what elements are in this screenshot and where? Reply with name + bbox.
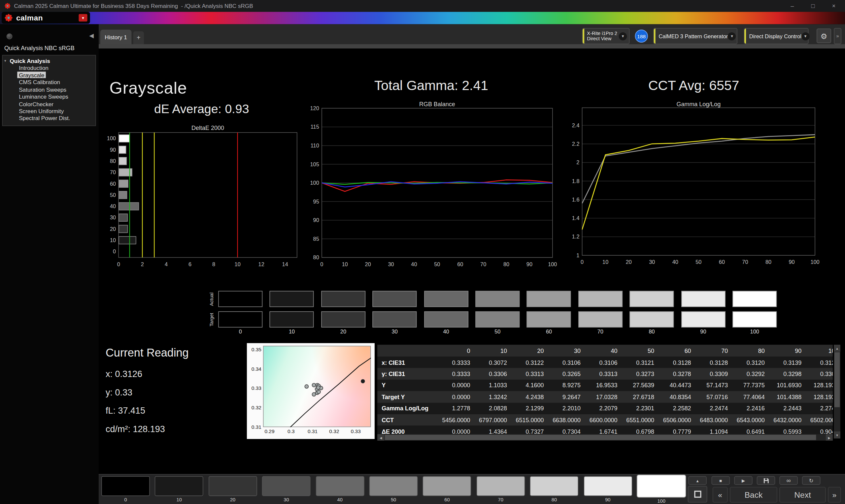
patch-button-0[interactable]: 0: [101, 475, 150, 503]
maximize-button[interactable]: □: [811, 3, 815, 9]
sidebar-item-colorchecker[interactable]: ColorChecker: [3, 100, 95, 108]
new-tab-button[interactable]: +: [133, 31, 144, 44]
patch-button-100[interactable]: 100: [637, 475, 686, 503]
table-cell: 0.3126: [806, 359, 833, 366]
refresh-button[interactable]: ↻: [802, 476, 821, 485]
patch-swatch: [530, 476, 579, 496]
meter-select-dropdown[interactable]: X-Rite i1Pro 2 Direct View ▾: [582, 28, 630, 44]
sidebar-item-screen-uniformity[interactable]: Screen Uniformity: [3, 108, 95, 115]
svg-text:10: 10: [110, 237, 116, 243]
actual-swatch-40: [424, 291, 469, 307]
display-status-accent: [744, 29, 746, 44]
pattern-status-accent: [654, 29, 655, 44]
back-button[interactable]: Back: [730, 487, 777, 502]
table-vertical-scrollbar[interactable]: ▲ ▼: [834, 345, 840, 438]
sidebar-item-spectral-power-dist[interactable]: Spectral Power Dist.: [3, 114, 95, 122]
settings-gear-button[interactable]: ⚙: [816, 29, 831, 43]
svg-text:85: 85: [313, 236, 319, 242]
pattern-generator-dropdown[interactable]: CalMED 3 Pattern Generator ▾: [653, 28, 737, 44]
table-cell: 0.3072: [475, 359, 512, 366]
deltae-2000-chart: DeltaE 200010090807060504030201000246810…: [104, 123, 302, 269]
tabstrip-underline: [99, 44, 845, 49]
close-button[interactable]: ×: [832, 3, 836, 9]
page-up-button[interactable]: ▲: [688, 476, 707, 485]
table-cell: 0.3121: [622, 359, 659, 366]
actual-swatch-80: [630, 291, 674, 307]
patch-label: 60: [423, 497, 471, 502]
table-cell: 0.3265: [548, 371, 585, 377]
table-cell: 1.6741: [585, 428, 622, 435]
table-row-label: x: CIE31: [377, 359, 438, 366]
svg-text:80: 80: [313, 254, 319, 260]
patch-button-80[interactable]: 80: [530, 475, 579, 503]
target-swatch-50: [475, 311, 520, 327]
pattern-window-button[interactable]: [688, 486, 707, 503]
panel-expand-handle[interactable]: »: [834, 28, 841, 44]
sidebar-collapse-button[interactable]: ◀: [89, 32, 94, 39]
svg-text:70: 70: [110, 169, 116, 175]
table-cell: 2.2010: [548, 405, 585, 412]
patch-button-20[interactable]: 20: [209, 475, 257, 503]
tab-history-1[interactable]: History 1: [100, 30, 132, 44]
patch-button-60[interactable]: 60: [423, 475, 471, 503]
sidebar-dot-button[interactable]: [6, 33, 13, 39]
sidebar-item-cms-calibration[interactable]: CMS Calibration: [3, 78, 95, 86]
table-cell: 128.1930: [806, 394, 833, 400]
tree-root-quick-analysis[interactable]: ▾ Quick Analysis: [3, 57, 95, 64]
table-col-header: 0: [438, 347, 475, 354]
table-row-label: CCT: [377, 417, 438, 423]
calman-logo-button[interactable]: calman ▾: [2, 12, 90, 24]
table-cell: 0.3333: [438, 359, 475, 366]
svg-text:60: 60: [457, 261, 463, 267]
svg-text:2.4: 2.4: [572, 122, 580, 128]
patch-button-40[interactable]: 40: [316, 475, 364, 503]
svg-text:40: 40: [672, 259, 678, 265]
next-button[interactable]: Next: [779, 487, 826, 502]
sidebar-item-saturation-sweeps[interactable]: Saturation Sweeps: [3, 86, 95, 93]
minimize-button[interactable]: –: [791, 3, 794, 9]
chevron-up-icon: ▲: [696, 479, 699, 482]
svg-text:2.2: 2.2: [572, 141, 580, 147]
table-col-header: 50: [622, 347, 659, 354]
table-cell: 16.9533: [585, 382, 622, 389]
skip-forward-button[interactable]: »: [828, 487, 841, 502]
table-col-header: 90: [769, 347, 806, 354]
horizontal-scroll-thumb[interactable]: [385, 435, 816, 440]
table-horizontal-scrollbar[interactable]: ◀ ▶: [377, 434, 833, 441]
sidebar-item-label: Grayscale: [17, 72, 46, 78]
stop-button[interactable]: ■: [712, 476, 730, 485]
patch-label: 0: [101, 497, 150, 502]
skip-back-button[interactable]: «: [712, 487, 728, 502]
patch-button-50[interactable]: 50: [369, 475, 418, 503]
vertical-scroll-thumb[interactable]: [834, 352, 840, 407]
patch-button-70[interactable]: 70: [476, 475, 525, 503]
table-cell: 101.6930: [769, 382, 806, 389]
scroll-down-arrow[interactable]: ▼: [834, 431, 840, 438]
patch-button-10[interactable]: 10: [155, 475, 203, 503]
table-cell: 6432.0000: [769, 417, 806, 423]
sidebar-item-luminance-sweeps[interactable]: Luminance Sweeps: [3, 93, 95, 100]
meter-count-badge[interactable]: 188: [635, 30, 648, 42]
scroll-up-arrow[interactable]: ▲: [834, 345, 840, 352]
display-control-dropdown[interactable]: Direct Display Control ▾: [744, 28, 809, 44]
play-button[interactable]: ▶: [734, 476, 753, 485]
scroll-left-arrow[interactable]: ◀: [377, 434, 384, 441]
actual-swatch-50: [475, 291, 520, 307]
continuous-measure-button[interactable]: ∞: [779, 476, 798, 485]
table-cell: 0.3128: [658, 359, 696, 366]
swatch-level-label: 80: [630, 328, 674, 335]
workflow-title: Quick Analysis NBC sRGB: [4, 45, 75, 52]
sidebar-item-grayscale[interactable]: Grayscale: [3, 71, 95, 78]
sidebar-item-introduction[interactable]: Introduction: [3, 64, 95, 71]
save-button[interactable]: [757, 476, 775, 485]
patch-button-30[interactable]: 30: [262, 475, 311, 503]
patch-button-90[interactable]: 90: [584, 475, 632, 503]
scroll-right-arrow[interactable]: ▶: [826, 434, 833, 441]
patch-swatch: [584, 476, 632, 496]
table-col-header: 10: [475, 347, 512, 354]
swatch-level-label: 50: [475, 328, 520, 335]
svg-text:20: 20: [626, 259, 632, 265]
table-col-header: 20: [511, 347, 548, 354]
gamma-loglog-chart: Gamma Log/Log2.42.221.81.61.41.210102030…: [563, 100, 825, 269]
svg-text:105: 105: [310, 161, 319, 167]
